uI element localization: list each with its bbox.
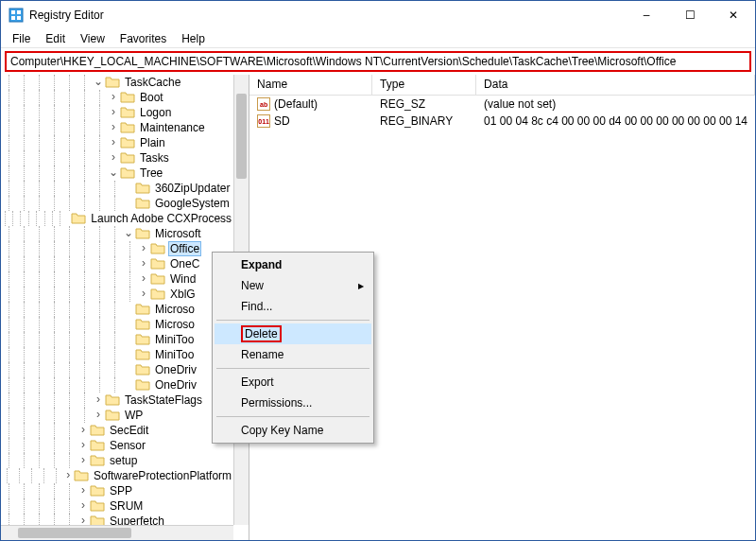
tree-item[interactable]: ⌄TaskCache [1, 75, 233, 90]
expand-toggle-icon[interactable]: › [107, 90, 120, 105]
tree-item[interactable]: ›SecEdit [1, 423, 233, 438]
tree-item-label: Microso [153, 318, 197, 331]
tree-item[interactable]: OneDriv [1, 377, 233, 393]
tree-item[interactable]: ›Wind [1, 271, 233, 287]
addressbar[interactable]: Computer\HKEY_LOCAL_MACHINE\SOFTWARE\Mic… [5, 51, 751, 72]
expand-toggle-icon[interactable]: › [107, 150, 120, 166]
expand-toggle-icon[interactable]: › [77, 483, 90, 498]
tree-item-label: MiniToo [153, 333, 196, 346]
col-data[interactable]: Data [476, 75, 755, 95]
expand-toggle-icon[interactable]: › [63, 468, 74, 483]
expand-toggle-icon[interactable]: › [77, 453, 90, 468]
tree-item[interactable]: ›XblG [1, 287, 233, 302]
maximize-button[interactable]: ☐ [668, 1, 712, 29]
folder-icon [90, 453, 105, 468]
expand-toggle-icon[interactable]: › [92, 393, 105, 408]
tree-item[interactable]: ›Maintenance [1, 120, 233, 135]
tree-item-label: Superfetch [108, 515, 166, 525]
value-row[interactable]: 011SDREG_BINARY01 00 04 8c c4 00 00 00 d… [249, 113, 755, 130]
tree-item[interactable]: ›SRUM [1, 498, 233, 514]
tree-hscrollbar[interactable] [1, 525, 233, 540]
app-icon [9, 8, 24, 23]
tree-item-label: SoftwareProtectionPlatform [92, 469, 233, 482]
collapse-toggle-icon[interactable]: ⌄ [107, 166, 120, 181]
folder-icon [90, 423, 105, 438]
collapse-toggle-icon[interactable]: ⌄ [122, 226, 135, 241]
close-button[interactable]: ✕ [712, 1, 755, 29]
tree-item[interactable]: ›SPP [1, 483, 233, 498]
tree-item[interactable]: ›Plain [1, 135, 233, 150]
expand-toggle-icon[interactable]: › [107, 120, 120, 135]
tree-item-label: MiniToo [153, 348, 196, 361]
tree-item[interactable]: GoogleSystem [1, 196, 233, 211]
menu-view[interactable]: View [75, 30, 111, 47]
tree-item[interactable]: ›Tasks [1, 150, 233, 166]
tree-item[interactable]: ›Boot [1, 90, 233, 105]
tree-item[interactable]: ›Sensor [1, 438, 233, 453]
tree-item[interactable]: ›TaskStateFlags [1, 393, 233, 408]
menu-item-export[interactable]: Export [215, 372, 371, 393]
menu-item-find[interactable]: Find... [215, 296, 371, 317]
expand-toggle-icon[interactable]: › [77, 423, 90, 438]
titlebar: Registry Editor – ☐ ✕ [1, 1, 755, 29]
tree-item[interactable]: ›setup [1, 453, 233, 468]
tree-hscroll-thumb[interactable] [18, 528, 131, 538]
tree-item[interactable]: MiniToo [1, 332, 233, 347]
tree-item[interactable]: ›Office [1, 241, 233, 256]
menu-help[interactable]: Help [176, 30, 211, 47]
menu-item-new[interactable]: New▶ [215, 275, 371, 296]
tree-item[interactable]: 360ZipUpdater [1, 181, 233, 196]
col-name[interactable]: Name [249, 75, 372, 95]
values-header: Name Type Data [249, 75, 755, 96]
folder-icon [135, 347, 150, 362]
expand-toggle-icon[interactable]: › [77, 514, 90, 525]
tree-item[interactable]: ›Logon [1, 105, 233, 120]
menu-item-rename[interactable]: Rename [215, 344, 371, 365]
tree-item[interactable]: ›WP [1, 408, 233, 423]
menu-item-delete[interactable]: Delete [215, 323, 371, 344]
tree-item-label: Microsoft [153, 227, 203, 240]
tree-item[interactable]: ⌄Tree [1, 166, 233, 181]
tree-noexpand [122, 362, 135, 377]
tree-item[interactable]: ›OneC [1, 256, 233, 271]
tree-item[interactable]: MiniToo [1, 347, 233, 362]
expand-toggle-icon[interactable]: › [77, 438, 90, 453]
menu-item-expand[interactable]: Expand [215, 254, 371, 275]
menu-separator [216, 320, 369, 321]
expand-toggle-icon[interactable]: › [137, 256, 150, 271]
folder-icon [150, 241, 165, 256]
collapse-toggle-icon[interactable]: ⌄ [92, 75, 105, 90]
expand-toggle-icon[interactable]: › [92, 408, 105, 423]
tree-noexpand [122, 332, 135, 347]
tree-noexpand [122, 317, 135, 332]
context-menu: ExpandNew▶Find...DeleteRenameExportPermi… [212, 252, 374, 444]
menu-edit[interactable]: Edit [40, 30, 71, 47]
tree-vscroll-thumb[interactable] [236, 94, 247, 179]
tree-item[interactable]: ›SoftwareProtectionPlatform [1, 468, 233, 483]
expand-toggle-icon[interactable]: › [137, 287, 150, 302]
expand-toggle-icon[interactable]: › [77, 498, 90, 514]
menu-item-copy-key-name[interactable]: Copy Key Name [215, 420, 371, 441]
window-controls: – ☐ ✕ [625, 1, 755, 29]
tree-item-label: Sensor [108, 439, 147, 452]
tree-item-label: SPP [108, 484, 134, 497]
menu-file[interactable]: File [7, 30, 36, 47]
minimize-button[interactable]: – [625, 1, 668, 29]
expand-toggle-icon[interactable]: › [137, 271, 150, 287]
tree-item[interactable]: ›Superfetch [1, 514, 233, 525]
tree-item-label: Plain [138, 136, 167, 149]
tree-item[interactable]: Microso [1, 317, 233, 332]
menu-item-permissions[interactable]: Permissions... [215, 393, 371, 413]
col-type[interactable]: Type [372, 75, 476, 95]
tree-item[interactable]: Launch Adobe CCXProcess [1, 211, 233, 226]
tree-inner[interactable]: ⌄TaskCache›Boot›Logon›Maintenance›Plain›… [1, 75, 233, 525]
tree-item-label: TaskCache [123, 76, 182, 89]
tree-item[interactable]: Microso [1, 302, 233, 317]
tree-item[interactable]: ⌄Microsoft [1, 226, 233, 241]
tree-item[interactable]: OneDriv [1, 362, 233, 377]
menu-favorites[interactable]: Favorites [114, 30, 172, 47]
expand-toggle-icon[interactable]: › [107, 135, 120, 150]
value-row[interactable]: ab(Default)REG_SZ(value not set) [249, 96, 755, 113]
expand-toggle-icon[interactable]: › [137, 241, 150, 256]
expand-toggle-icon[interactable]: › [107, 105, 120, 120]
